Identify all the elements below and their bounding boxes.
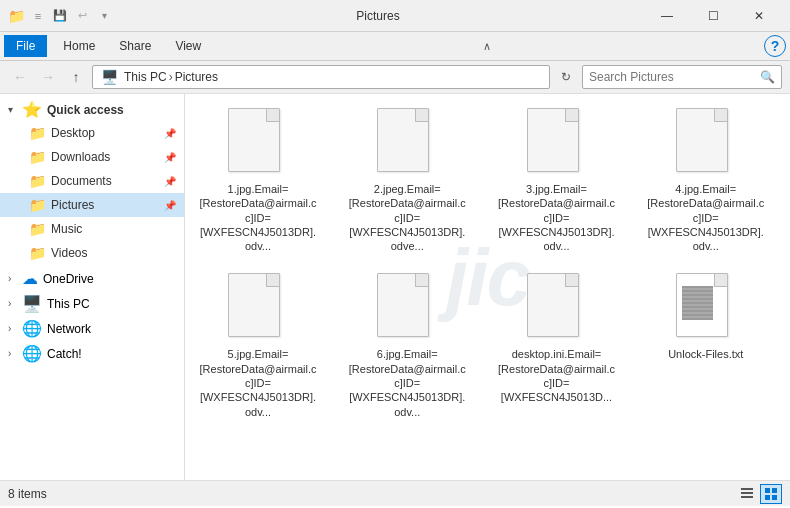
sidebar-item-desktop[interactable]: 📁 Desktop 📌 <box>0 121 184 145</box>
file-item-1[interactable]: 1.jpg.Email=[RestoreData@airmail.cc]ID=[… <box>193 102 323 259</box>
network-chevron: › <box>8 323 22 334</box>
search-box[interactable]: 🔍 <box>582 65 782 89</box>
file-icon-5 <box>228 273 288 343</box>
quick-access-icon: ≡ <box>30 8 46 24</box>
refresh-button[interactable]: ↻ <box>554 65 578 89</box>
sidebar-network-label: Network <box>47 322 91 336</box>
downloads-folder-icon: 📁 <box>28 148 46 166</box>
file-item-5[interactable]: 5.jpg.Email=[RestoreData@airmail.cc]ID=[… <box>193 267 323 424</box>
list-view-button[interactable] <box>736 484 758 504</box>
sidebar-onedrive-label: OneDrive <box>43 272 94 286</box>
window-title: Pictures <box>112 9 644 23</box>
icon-view-button[interactable] <box>760 484 782 504</box>
file-item-7[interactable]: desktop.ini.Email=[RestoreData@airmail.c… <box>492 267 622 424</box>
tab-file[interactable]: File <box>4 35 47 57</box>
window-controls: — ☐ ✕ <box>644 0 782 32</box>
file-icon-3 <box>527 108 587 178</box>
undo-icon: ↩ <box>74 8 90 24</box>
file-icon-2 <box>377 108 437 178</box>
svg-rect-4 <box>772 488 777 493</box>
list-view-icon <box>740 487 754 501</box>
file-item-4[interactable]: 4.jpg.Email=[RestoreData@airmail.cc]ID=[… <box>641 102 771 259</box>
sidebar-network-header[interactable]: › 🌐 Network <box>0 317 184 340</box>
file-item-2[interactable]: 2.jpeg.Email=[RestoreData@airmail.cc]ID=… <box>342 102 472 259</box>
desktop-pin-icon: 📌 <box>164 128 176 139</box>
ribbon-expand-icon[interactable]: ∧ <box>483 40 491 53</box>
sidebar-thispc-header[interactable]: › 🖥️ This PC <box>0 292 184 315</box>
help-button[interactable]: ? <box>764 35 786 57</box>
quick-access-star-icon: ⭐ <box>22 100 42 119</box>
svg-rect-6 <box>772 495 777 500</box>
pictures-pin-icon: 📌 <box>164 200 176 211</box>
address-bar: ← → ↑ 🖥️ This PC › Pictures ↻ 🔍 <box>0 61 790 94</box>
ribbon-tabs: File Home Share View ∧ ? <box>0 32 790 60</box>
file-label-3: 3.jpg.Email=[RestoreData@airmail.cc]ID=[… <box>497 182 617 253</box>
file-area: jic 1.jpg.Email=[RestoreData@airmail.cc]… <box>185 94 790 480</box>
documents-pin-icon: 📌 <box>164 176 176 187</box>
file-label-4: 4.jpg.Email=[RestoreData@airmail.cc]ID=[… <box>646 182 766 253</box>
sidebar-quick-access-header[interactable]: ▾ ⭐ Quick access <box>0 98 184 121</box>
close-button[interactable]: ✕ <box>736 0 782 32</box>
sidebar-item-music[interactable]: 📁 Music <box>0 217 184 241</box>
up-button[interactable]: ↑ <box>64 65 88 89</box>
music-folder-icon: 📁 <box>28 220 46 238</box>
minimize-button[interactable]: — <box>644 0 690 32</box>
view-buttons <box>736 484 782 504</box>
file-label-2: 2.jpeg.Email=[RestoreData@airmail.cc]ID=… <box>347 182 467 253</box>
documents-folder-icon: 📁 <box>28 172 46 190</box>
item-count: 8 items <box>8 487 736 501</box>
sidebar-catch-header[interactable]: › 🌐 Catch! <box>0 342 184 365</box>
file-icon-4 <box>676 108 736 178</box>
sidebar-section-thispc: › 🖥️ This PC <box>0 292 184 315</box>
back-button[interactable]: ← <box>8 65 32 89</box>
sidebar-item-downloads-label: Downloads <box>51 150 110 164</box>
catch-icon: 🌐 <box>22 344 42 363</box>
sidebar-item-documents[interactable]: 📁 Documents 📌 <box>0 169 184 193</box>
address-path[interactable]: 🖥️ This PC › Pictures <box>92 65 550 89</box>
catch-chevron: › <box>8 348 22 359</box>
thispc-icon: 🖥️ <box>22 294 42 313</box>
sidebar-item-pictures-label: Pictures <box>51 198 94 212</box>
file-icon-6 <box>377 273 437 343</box>
ribbon: File Home Share View ∧ ? <box>0 32 790 61</box>
videos-folder-icon: 📁 <box>28 244 46 262</box>
title-bar-icons: 📁 ≡ 💾 ↩ ▾ <box>8 8 112 24</box>
file-label-1: 1.jpg.Email=[RestoreData@airmail.cc]ID=[… <box>198 182 318 253</box>
onedrive-icon: ☁ <box>22 269 38 288</box>
sidebar-item-pictures[interactable]: 📁 Pictures 📌 <box>0 193 184 217</box>
icon-view-icon <box>764 487 778 501</box>
sidebar-onedrive-header[interactable]: › ☁ OneDrive <box>0 267 184 290</box>
file-item-3[interactable]: 3.jpg.Email=[RestoreData@airmail.cc]ID=[… <box>492 102 622 259</box>
files-grid: 1.jpg.Email=[RestoreData@airmail.cc]ID=[… <box>193 102 782 425</box>
maximize-button[interactable]: ☐ <box>690 0 736 32</box>
path-pictures[interactable]: Pictures <box>175 70 218 84</box>
file-icon-1 <box>228 108 288 178</box>
dropdown-icon[interactable]: ▾ <box>96 8 112 24</box>
forward-button[interactable]: → <box>36 65 60 89</box>
sidebar-item-videos-label: Videos <box>51 246 87 260</box>
sidebar-section-onedrive: › ☁ OneDrive <box>0 267 184 290</box>
file-item-8[interactable]: Unlock-Files.txt <box>641 267 771 424</box>
svg-rect-2 <box>741 496 753 498</box>
tab-view[interactable]: View <box>163 35 213 57</box>
svg-rect-3 <box>765 488 770 493</box>
sidebar-item-downloads[interactable]: 📁 Downloads 📌 <box>0 145 184 169</box>
path-icon: 🖥️ <box>101 69 118 85</box>
tab-share[interactable]: Share <box>107 35 163 57</box>
path-this-pc[interactable]: This PC <box>124 70 167 84</box>
file-label-8: Unlock-Files.txt <box>668 347 743 361</box>
sidebar-catch-label: Catch! <box>47 347 82 361</box>
file-icon-8 <box>676 273 736 343</box>
svg-rect-0 <box>741 488 753 490</box>
thispc-chevron: › <box>8 298 22 309</box>
window-icon: 📁 <box>8 8 24 24</box>
pictures-folder-icon: 📁 <box>28 196 46 214</box>
file-item-6[interactable]: 6.jpg.Email=[RestoreData@airmail.cc]ID=[… <box>342 267 472 424</box>
search-input[interactable] <box>589 70 760 84</box>
file-icon-7 <box>527 273 587 343</box>
tab-home[interactable]: Home <box>51 35 107 57</box>
desktop-folder-icon: 📁 <box>28 124 46 142</box>
sidebar-item-music-label: Music <box>51 222 82 236</box>
sidebar-item-videos[interactable]: 📁 Videos <box>0 241 184 265</box>
path-separator-1: › <box>169 70 173 84</box>
